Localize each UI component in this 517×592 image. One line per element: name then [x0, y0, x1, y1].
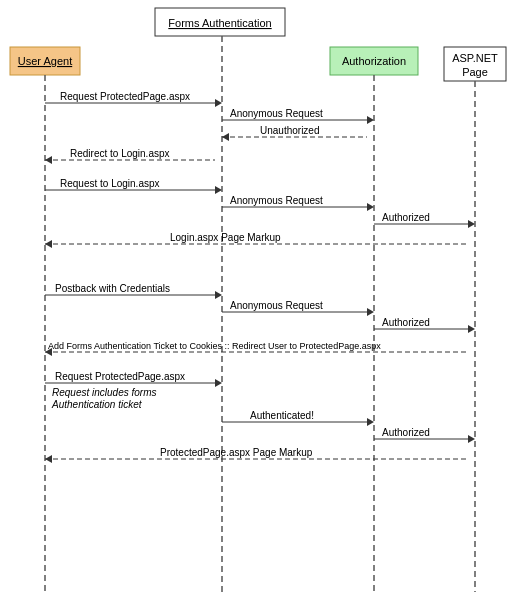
svg-text:Postback with Credentials: Postback with Credentials: [55, 283, 170, 294]
svg-text:Redirect to Login.aspx: Redirect to Login.aspx: [70, 148, 170, 159]
svg-text:Authentication ticket: Authentication ticket: [51, 399, 143, 410]
svg-text:Request ProtectedPage.aspx: Request ProtectedPage.aspx: [55, 371, 185, 382]
svg-marker-58: [468, 435, 475, 443]
svg-marker-26: [215, 186, 222, 194]
svg-marker-32: [468, 220, 475, 228]
svg-marker-35: [45, 240, 52, 248]
svg-text:Authorized: Authorized: [382, 317, 430, 328]
svg-text:Authorized: Authorized: [382, 212, 430, 223]
svg-text:Anonymous Request: Anonymous Request: [230, 195, 323, 206]
svg-rect-0: [155, 8, 285, 36]
svg-marker-38: [215, 291, 222, 299]
svg-text:Add Forms Authentication Ticke: Add Forms Authentication Ticket to Cooki…: [48, 341, 381, 351]
svg-text:Anonymous Request: Anonymous Request: [230, 300, 323, 311]
svg-text:Unauthorized: Unauthorized: [260, 125, 319, 136]
svg-marker-44: [468, 325, 475, 333]
svg-marker-20: [222, 133, 229, 141]
svg-marker-47: [45, 348, 52, 356]
svg-marker-17: [367, 116, 374, 124]
svg-text:Authorization: Authorization: [342, 55, 406, 67]
svg-marker-41: [367, 308, 374, 316]
svg-text:Request ProtectedPage.aspx: Request ProtectedPage.aspx: [60, 91, 190, 102]
svg-marker-29: [367, 203, 374, 211]
svg-text:Authorized: Authorized: [382, 427, 430, 438]
svg-marker-55: [367, 418, 374, 426]
svg-text:Request to Login.aspx: Request to Login.aspx: [60, 178, 160, 189]
svg-text:Request includes forms: Request includes forms: [52, 387, 157, 398]
svg-marker-61: [45, 455, 52, 463]
diagram-svg: Forms Authentication User Agent Authoriz…: [0, 0, 517, 592]
svg-text:User Agent: User Agent: [18, 55, 72, 67]
svg-text:Page: Page: [462, 66, 488, 78]
svg-marker-23: [45, 156, 52, 164]
svg-text:Anonymous Request: Anonymous Request: [230, 108, 323, 119]
svg-text:Login.aspx Page Markup: Login.aspx Page Markup: [170, 232, 281, 243]
sequence-diagram: Forms Authentication User Agent Authoriz…: [0, 0, 517, 592]
svg-rect-4: [330, 47, 418, 75]
svg-rect-2: [10, 47, 80, 75]
svg-text:Authenticated!: Authenticated!: [250, 410, 314, 421]
svg-rect-6: [444, 47, 506, 81]
svg-text:ASP.NET: ASP.NET: [452, 52, 498, 64]
svg-text:ProtectedPage.aspx Page Markup: ProtectedPage.aspx Page Markup: [160, 447, 313, 458]
svg-text:Forms Authentication: Forms Authentication: [168, 17, 271, 29]
svg-marker-50: [215, 379, 222, 387]
svg-marker-14: [215, 99, 222, 107]
